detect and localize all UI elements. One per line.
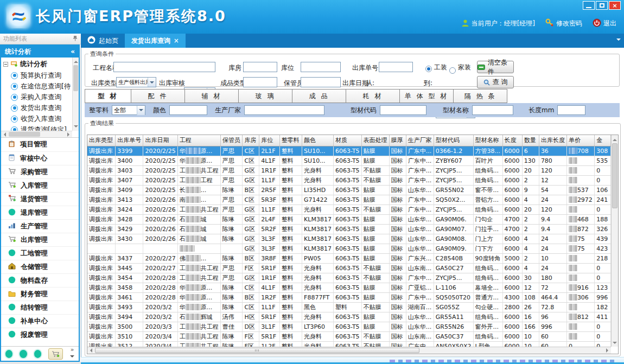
table-row[interactable]: 调拨出库34242020/2/26工共工程严思G区1L1F整料光身料6063-T… bbox=[87, 205, 611, 214]
table-row[interactable]: 调拨出库35102020/3/4工共工程陈琳F区5R1F整料光身料6063-T5… bbox=[87, 331, 611, 341]
sidebar-item-13[interactable]: 补单中心 bbox=[1, 314, 79, 328]
column-header[interactable]: 金 bbox=[595, 135, 611, 146]
material-tab-5[interactable]: 耗 材 bbox=[346, 89, 400, 103]
color-input[interactable] bbox=[169, 105, 207, 115]
sidebar-group-header[interactable]: 统计分析 « bbox=[1, 46, 79, 58]
tree-item-1[interactable]: 在途信息查询[待 bbox=[1, 81, 72, 92]
whole-part-select[interactable]: 全部 bbox=[112, 105, 145, 115]
sidebar-item-12[interactable]: 结转管理 bbox=[1, 301, 79, 314]
table-row[interactable]: 调拨出库34582020/2/28华原...陈琳C区4L1F整料光身料6063-… bbox=[87, 283, 611, 292]
table-row[interactable]: 调拨出库35002020/3/3工共工程曹佳D区3L1F整料LT3P606063… bbox=[87, 322, 611, 331]
tab-close-icon[interactable]: × bbox=[174, 37, 179, 44]
sidebar-item-2[interactable]: 采购管理 bbox=[1, 165, 79, 178]
sidebar-item-9[interactable]: 仓储管理 bbox=[1, 260, 79, 273]
table-row[interactable]: 调拨出库34612020/2/28华原...陈琳B区1R2F整料F8877FT6… bbox=[87, 292, 611, 302]
quick-module-2-icon[interactable] bbox=[20, 350, 27, 358]
column-header[interactable]: 表面处理 bbox=[361, 135, 389, 146]
overflow-chevron[interactable]: » bbox=[70, 347, 74, 360]
table-row[interactable]: 调拨出库34372020/2/27佛...陈琳B区3R8F整料PW056063-… bbox=[87, 253, 611, 263]
table-row[interactable]: 调拨出库34132020/2/26南...严思C区5R3F整料G71422606… bbox=[87, 195, 611, 205]
warehouse-input[interactable] bbox=[243, 62, 277, 72]
column-header[interactable]: 单价 bbox=[566, 135, 594, 146]
sidebar-item-7[interactable]: 出库管理 bbox=[1, 233, 79, 246]
radio-industrial[interactable]: 工装 bbox=[425, 63, 447, 72]
grid-horizontal-scrollbar[interactable] bbox=[87, 347, 611, 354]
tree-vertical-scrollbar[interactable] bbox=[72, 58, 79, 131]
table-row[interactable]: 调拨出库34932020/3/2华原...陈琳C区1L1F整料黑色塑料不贴膜国标… bbox=[87, 302, 611, 312]
minimize-button[interactable] bbox=[583, 1, 595, 10]
column-header[interactable]: 膜厚 bbox=[389, 135, 406, 146]
column-header[interactable]: 数量 bbox=[522, 135, 539, 146]
sidebar-item-5[interactable]: 退库管理 bbox=[1, 206, 79, 219]
quick-cart-button[interactable] bbox=[48, 348, 63, 360]
column-header[interactable]: 库房 bbox=[243, 135, 259, 146]
sidebar-item-4[interactable]: 退货管理 bbox=[1, 192, 79, 206]
tree-horizontal-scrollbar[interactable] bbox=[1, 131, 72, 137]
column-header[interactable]: 出库日期 bbox=[143, 135, 177, 146]
column-header[interactable]: 保管员 bbox=[220, 135, 243, 146]
grid-header-row[interactable]: 出库类型出库单号出库日期工程保管员库房库位整零料颜色材质表面处理膜厚生产厂家型材… bbox=[87, 135, 611, 146]
sidebar-item-6[interactable]: 生产管理 bbox=[1, 219, 79, 233]
keeper-input[interactable] bbox=[301, 77, 341, 87]
table-row[interactable]: G区3L3F整料KLM38176063-T5贴膜国标山东华...GA90M09.… bbox=[87, 244, 611, 253]
column-header[interactable]: 出库单号 bbox=[116, 135, 143, 146]
material-tab-6[interactable]: 单 体 型 材 bbox=[400, 89, 454, 103]
column-header[interactable]: 材质 bbox=[333, 135, 361, 146]
quick-module-3-icon[interactable] bbox=[34, 350, 41, 358]
column-header[interactable]: 长度 bbox=[502, 135, 522, 146]
column-header[interactable]: 整零料 bbox=[279, 135, 302, 146]
logout-button[interactable]: 退出 bbox=[593, 18, 616, 29]
table-row[interactable]: 调拨出库35122020/3/4工共工程陈琳F区1L2F整料光身料6063-T5… bbox=[87, 341, 611, 347]
expand-icon[interactable] bbox=[3, 62, 8, 67]
table-row[interactable]: 调拨出库34302020/2/26石城陈琳G区3L3F整料KLM38176063… bbox=[87, 234, 611, 244]
product-type-input[interactable] bbox=[243, 77, 277, 87]
sidebar-item-14[interactable]: 报废管理 bbox=[1, 328, 79, 341]
tree-root[interactable]: 统计分析 bbox=[1, 58, 72, 70]
sidebar-item-8[interactable]: 工地管理 bbox=[1, 246, 79, 260]
maximize-button[interactable] bbox=[596, 1, 608, 10]
profile-name-input[interactable] bbox=[472, 105, 513, 115]
length-input[interactable] bbox=[557, 105, 585, 115]
table-row[interactable]: 调拨出库34542020/2/28工共工程严思G区1R1F整料光身料6063-T… bbox=[87, 273, 611, 283]
tree-item-3[interactable]: 发货出库查询 bbox=[1, 103, 72, 113]
profile-code-input[interactable] bbox=[380, 105, 426, 115]
table-row[interactable]: 调拨出库34092020/2/25长...陈琳B区2R5F整料LI35HD606… bbox=[87, 185, 611, 195]
table-row[interactable]: 调拨出库34282020/2/26石城陈琳G区2L4F整料KLM38176063… bbox=[87, 214, 611, 224]
column-header[interactable]: 出库类型 bbox=[87, 135, 116, 146]
search-button[interactable]: 查 询 bbox=[477, 76, 514, 88]
table-row[interactable]: 调拨出库34292020/2/26石城陈琳G区5R2F整料KLM38176063… bbox=[87, 224, 611, 234]
column-header[interactable]: 颜色 bbox=[302, 135, 334, 146]
quick-module-1-icon[interactable] bbox=[5, 350, 12, 358]
table-row[interactable]: 调拨出库34032020/2/25工共工程严思G区1R1F整料光身料6063-T… bbox=[87, 165, 611, 175]
change-password-button[interactable]: 修改密码 bbox=[545, 18, 582, 29]
radio-home[interactable]: 家装 bbox=[449, 63, 471, 74]
column-header[interactable]: 工程 bbox=[177, 135, 220, 146]
order-no-input[interactable] bbox=[379, 62, 413, 72]
sidebar-item-10[interactable]: 物料盘存 bbox=[1, 273, 79, 287]
pin-icon[interactable] bbox=[73, 35, 78, 43]
location-input[interactable] bbox=[301, 62, 341, 72]
table-row[interactable]: 调拨出库34072020/2/25工工程严思G区1L1F整料光身料6063-T5… bbox=[87, 175, 611, 185]
column-header[interactable]: 出库长度 bbox=[539, 135, 566, 146]
material-tab-0[interactable]: 型 材 bbox=[85, 89, 131, 103]
close-button[interactable]: × bbox=[609, 1, 621, 10]
sidebar-item-0[interactable]: 项目管理 bbox=[1, 138, 79, 151]
tree-item-4[interactable]: 收货入库查询 bbox=[1, 113, 72, 124]
clear-conditions-button[interactable]: 清空条件 bbox=[477, 61, 514, 73]
material-tab-7[interactable]: 隔 热 条 bbox=[454, 89, 507, 103]
grid-vertical-scrollbar[interactable] bbox=[611, 135, 618, 347]
column-header[interactable]: 型材代码 bbox=[434, 135, 473, 146]
sidebar-item-11[interactable]: 财务管理 bbox=[1, 287, 79, 301]
column-header[interactable]: 库位 bbox=[259, 135, 280, 146]
material-tab-2[interactable]: 辅 材 bbox=[185, 89, 239, 103]
table-row[interactable]: 调拨出库34942020/3/2石辉城汤伟H区5R1F整料光身料6063-T5贴… bbox=[87, 312, 611, 322]
tree-item-2[interactable]: 采购入库查询 bbox=[1, 92, 72, 103]
collapse-icon[interactable]: « bbox=[71, 48, 75, 55]
tree-item-0[interactable]: 预算执行查询 bbox=[1, 70, 72, 81]
table-row[interactable]: 调拨出库34452020/2/27工共工程严思F区5R1F整料光身料6063-T… bbox=[87, 263, 611, 273]
tab-shipment-outbound-query[interactable]: 发货出库查询 × bbox=[125, 34, 186, 48]
material-tab-3[interactable]: 玻 璃 bbox=[239, 89, 292, 103]
tab-list-caret-icon[interactable] bbox=[616, 39, 621, 43]
material-tab-4[interactable]: 成 品 bbox=[292, 89, 346, 103]
tree-item-5[interactable]: 退货查询[待定] bbox=[1, 124, 72, 131]
